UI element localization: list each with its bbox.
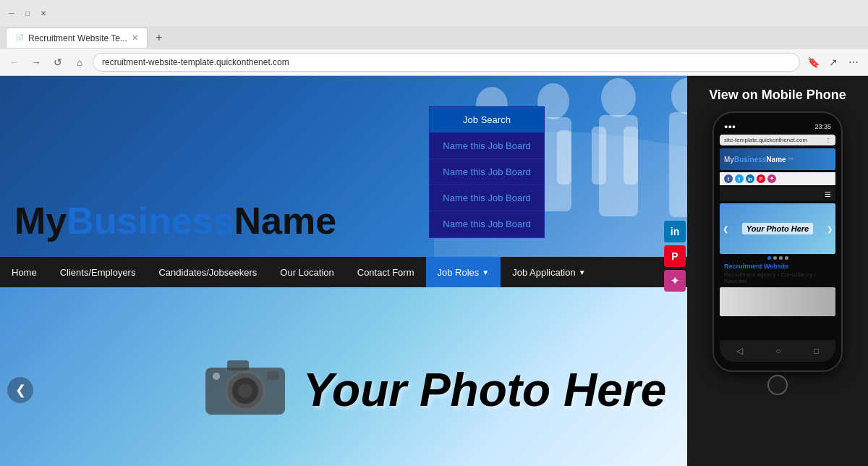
phone-signal: ●●●	[724, 123, 736, 130]
right-social-bar: in P ✦	[664, 221, 686, 292]
nav-item-clients[interactable]: Clients/Employers	[48, 257, 148, 287]
facebook-icon: f	[724, 174, 733, 183]
svg-point-21	[238, 384, 252, 398]
phone-home-button[interactable]	[767, 375, 788, 395]
title-bar: ─ □ ✕	[0, 0, 868, 26]
tab-favicon: 📄	[15, 34, 24, 42]
phone-bottom-image	[720, 287, 835, 316]
svg-rect-23	[267, 371, 278, 380]
phone-nav-bar: ◁ ○ □	[720, 340, 835, 362]
phone-description: Recruitment Agency / Consultancy / Recru…	[720, 271, 835, 284]
hero-photo-text: Your Photo Here	[303, 363, 667, 417]
menu-icon[interactable]: ⋯	[845, 54, 862, 71]
twitter-icon: t	[735, 174, 744, 183]
svg-rect-22	[227, 360, 249, 370]
business-name-my: My	[14, 200, 67, 242]
phone-menu-bar: ☰	[720, 187, 835, 201]
business-name-business: Business	[67, 200, 234, 242]
nav-item-home[interactable]: Home	[0, 257, 48, 287]
linkedin-icon-phone: in	[746, 174, 754, 183]
back-button[interactable]: ←	[6, 54, 23, 71]
tab-close-button[interactable]: ✕	[132, 33, 138, 43]
svg-point-24	[213, 373, 220, 380]
website-content: MyBusinessName Home Clients/Employers Ca…	[0, 76, 868, 466]
business-name-name: Name	[234, 200, 336, 242]
new-tab-button[interactable]: +	[150, 29, 168, 46]
phone-status-bar: ●●● 23:35	[720, 122, 835, 132]
mobile-panel-title: View on Mobile Phone	[709, 88, 846, 103]
hero-prev-button[interactable]: ❮	[7, 377, 33, 403]
nav-item-candidates[interactable]: Candidates/Jobseekers	[147, 257, 268, 287]
phone-dot-1	[767, 256, 771, 260]
pinterest-social-icon[interactable]: P	[664, 245, 686, 267]
phone-biz-my: My	[724, 156, 734, 164]
phone-carousel-dots	[720, 256, 835, 260]
camera-icon	[202, 346, 289, 435]
phone-home-icon[interactable]: ○	[775, 346, 780, 356]
phone-biz-business: Business	[734, 156, 766, 164]
minimize-button[interactable]: ─	[6, 7, 17, 19]
dropdown-arrow-jobroles: ▼	[482, 268, 489, 276]
business-name: MyBusinessName	[14, 199, 336, 242]
phone-recents-icon[interactable]: □	[814, 346, 819, 356]
linkedin-social-icon[interactable]: in	[664, 221, 686, 242]
refresh-button[interactable]: ↺	[49, 54, 67, 71]
phone-time: 23:35	[814, 123, 831, 130]
phone-dot-2	[773, 256, 777, 260]
address-bar: ← → ↺ ⌂ 🔖 ↗ ⋯	[0, 49, 868, 75]
phone-url: site-template.quickonthenet.com	[724, 137, 807, 143]
active-tab[interactable]: 📄 Recruitment Website Te... ✕	[6, 27, 148, 48]
bookmark-icon[interactable]: 🔖	[804, 54, 822, 71]
browser-chrome: ─ □ ✕ 📄 Recruitment Website Te... ✕ + ← …	[0, 0, 868, 76]
window-controls: ─ □ ✕	[6, 7, 49, 19]
phone-hamburger-icon: ☰	[825, 190, 831, 198]
dropdown-item-board4[interactable]: Name this Job Board	[430, 211, 544, 237]
phone-biz-name: Name	[766, 156, 786, 164]
pinterest-icon-phone: P	[757, 174, 765, 183]
tab-title: Recruitment Website Te...	[28, 33, 127, 43]
nav-item-jobapplication[interactable]: Job Application ▼	[501, 257, 597, 287]
dropdown-item-board1[interactable]: Name this Job Board	[430, 133, 544, 159]
phone-dot-3	[779, 256, 783, 260]
phone-next-arrow[interactable]: ❯	[827, 225, 833, 233]
dropdown-item-jobsearch[interactable]: Job Search	[430, 107, 544, 133]
close-button[interactable]: ✕	[38, 7, 49, 19]
phone-prev-arrow[interactable]: ❮	[723, 225, 728, 233]
phone-back-icon[interactable]: ◁	[736, 346, 743, 356]
phone-hero-text: Your Photo Here	[742, 223, 813, 234]
phone-menu-dots: ⋮	[825, 137, 831, 143]
phone-hero-area: ❮ Your Photo Here ❯	[720, 203, 835, 254]
phone-site-link[interactable]: Recruitment Website	[720, 263, 835, 270]
toolbar-icons: 🔖 ↗ ⋯	[804, 54, 862, 71]
dropdown-arrow-jobapp: ▼	[579, 268, 586, 276]
address-input[interactable]	[93, 53, 800, 72]
phone-browser-bar: site-template.quickonthenet.com ⋮	[720, 135, 835, 145]
phone-dot-4	[785, 256, 788, 260]
nav-item-jobroles[interactable]: Job Roles ▼	[426, 257, 501, 287]
mobile-panel: View on Mobile Phone ●●● 23:35 site-temp…	[687, 76, 868, 466]
dropdown-item-board3[interactable]: Name this Job Board	[430, 185, 544, 211]
trademark-symbol: ™	[788, 156, 793, 163]
dropdown-menu: Job Search Name this Job Board Name this…	[429, 106, 545, 238]
nav-item-contact[interactable]: Contact Form	[346, 257, 426, 287]
phone-site-header: MyBusinessName ™	[720, 148, 835, 170]
phone-business-name: MyBusinessName	[724, 156, 786, 164]
svg-point-8	[601, 78, 636, 117]
forward-button[interactable]: →	[27, 54, 45, 71]
nav-item-location[interactable]: Our Location	[268, 257, 345, 287]
dropdown-item-board2[interactable]: Name this Job Board	[430, 159, 544, 185]
instagram-social-icon[interactable]: ✦	[664, 270, 686, 292]
home-button[interactable]: ⌂	[71, 54, 88, 71]
phone-device: ●●● 23:35 site-template.quickonthenet.co…	[712, 111, 843, 372]
instagram-icon-phone: ✦	[767, 174, 776, 183]
phone-social-bar: f t in P ✦	[720, 172, 835, 185]
tab-bar: 📄 Recruitment Website Te... ✕ +	[0, 26, 868, 49]
share-icon[interactable]: ↗	[825, 54, 842, 71]
maximize-button[interactable]: □	[22, 7, 33, 19]
